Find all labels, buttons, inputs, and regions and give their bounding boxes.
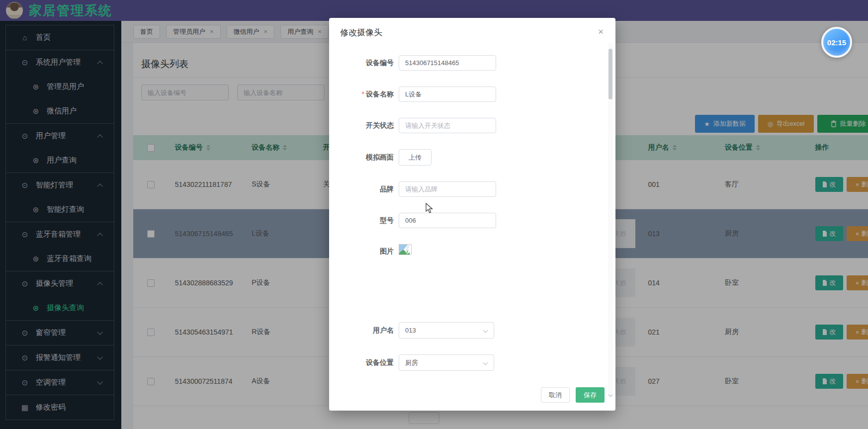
field-device-name: *设备名称 [329,86,615,102]
modal-header: 修改摄像头 × [329,18,615,38]
scrollbar-down-arrow-icon[interactable] [608,393,612,397]
upload-button[interactable]: 上传 [399,149,432,166]
save-button[interactable]: 保存 [576,387,605,403]
required-asterisk: * [362,90,364,98]
model-input[interactable] [399,213,496,228]
field-location: 设备位置 厨房 [329,354,615,371]
field-image: 图片 [329,244,615,306]
location-select[interactable]: 厨房 [399,354,494,371]
field-device-id: 设备编号 [329,55,615,71]
chevron-down-icon [483,328,488,333]
device-id-input[interactable] [399,55,496,71]
brand-input[interactable] [399,181,496,197]
device-name-input[interactable] [399,86,496,102]
mouse-cursor [426,203,434,214]
switch-state-input[interactable] [399,118,496,133]
field-switch-state: 开关状态 [329,118,615,133]
field-sim-screen: 模拟画面 上传 [329,149,615,166]
field-username: 用户名 013 [329,322,615,339]
username-select[interactable]: 013 [399,322,494,339]
modal-body: 设备编号 *设备名称 开关状态 模拟画面 上传 品牌 型号 图片 [329,38,615,371]
timer-widget[interactable]: 02:15 [821,27,852,58]
modal-title: 修改摄像头 [340,27,382,38]
field-model: 型号 [329,213,615,228]
modal-scrollbar[interactable] [608,43,613,398]
scrollbar-thumb[interactable] [608,49,612,99]
timer-value: 02:15 [827,38,846,47]
edit-camera-modal: 修改摄像头 × 设备编号 *设备名称 开关状态 模拟画面 上传 品牌 型号 [329,18,615,411]
chevron-down-icon [483,360,488,365]
broken-image-icon [399,244,412,255]
modal-footer: 取消 保存 [541,387,605,403]
close-icon[interactable]: × [598,27,604,36]
cancel-button[interactable]: 取消 [541,387,570,403]
field-brand: 品牌 [329,181,615,197]
